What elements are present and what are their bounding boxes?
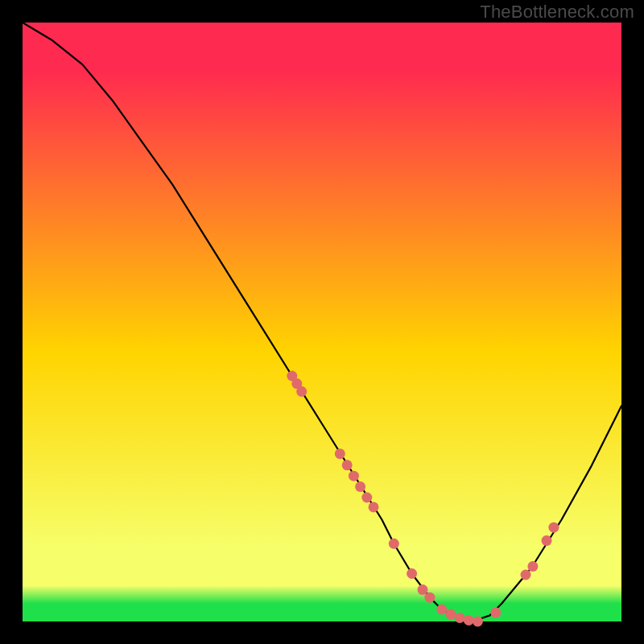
data-marker xyxy=(296,386,307,397)
bottleneck-curve xyxy=(23,23,621,621)
data-marker xyxy=(436,605,447,615)
data-marker xyxy=(542,535,552,546)
data-marker xyxy=(349,471,359,481)
data-marker xyxy=(369,502,379,512)
watermark-text: TheBottleneck.com xyxy=(480,2,634,23)
data-marker xyxy=(455,613,465,623)
curve-svg xyxy=(23,23,621,621)
data-marker xyxy=(548,522,559,533)
data-marker xyxy=(389,539,399,549)
data-marker xyxy=(527,561,538,572)
data-marker xyxy=(355,481,365,492)
chart-frame: TheBottleneck.com xyxy=(0,0,644,644)
data-marker xyxy=(418,584,428,595)
data-marker xyxy=(490,607,501,617)
data-marker xyxy=(464,615,474,625)
data-marker xyxy=(342,460,353,470)
data-marker xyxy=(473,617,483,627)
data-marker xyxy=(361,493,372,503)
data-marker xyxy=(521,570,531,580)
data-marker xyxy=(424,592,435,603)
plot-gradient-area xyxy=(23,23,621,621)
data-marker xyxy=(335,448,345,459)
marker-group xyxy=(287,371,559,627)
data-marker xyxy=(446,609,456,620)
data-marker xyxy=(407,568,417,579)
